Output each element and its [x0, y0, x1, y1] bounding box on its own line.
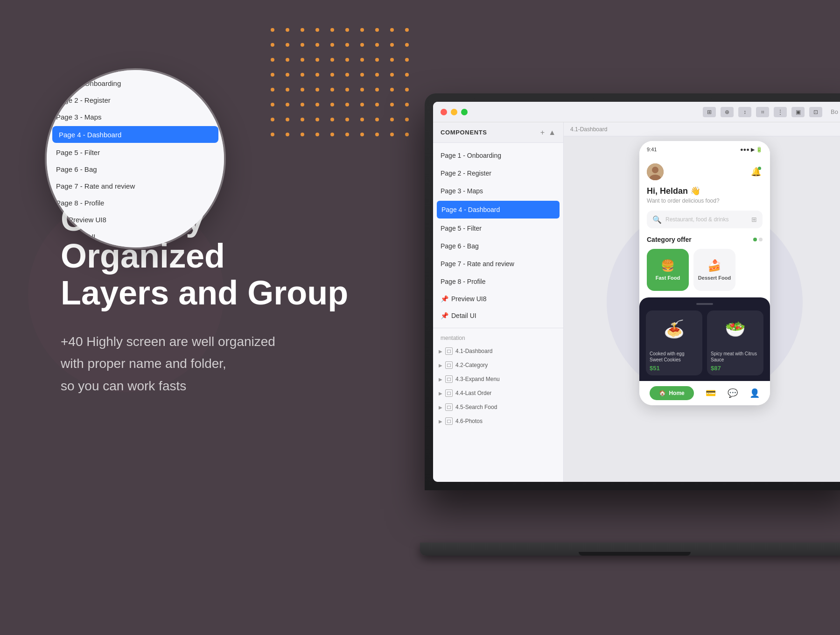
- bell-icon[interactable]: 🔔: [749, 165, 763, 178]
- laptop: ⊞ ⊕ ↕ ⌗ ⋮ ▣ ⊡ Bo COMPONENTS +: [401, 47, 840, 560]
- food-card-2-name: Spicy meat with Citrus Sauce: [711, 351, 760, 363]
- chevron-icon: ▶: [439, 349, 442, 354]
- layer-label-4: 4.4-Last Order: [455, 390, 491, 396]
- user-row: 🔔: [647, 163, 763, 180]
- category-header: Category offer: [647, 236, 763, 243]
- detail-ui-label: Detail UI: [451, 312, 476, 319]
- category-dots: [753, 238, 763, 241]
- category-title: Category offer: [647, 236, 692, 243]
- fullscreen-button[interactable]: [461, 109, 468, 115]
- layer-label-6: 4.6-Photos: [455, 418, 483, 424]
- mag-page-4-dashboard[interactable]: Page 4 - Dashboard: [52, 126, 218, 143]
- layer-icon-5: □: [445, 403, 453, 411]
- toolbar-icon-7[interactable]: ⊡: [809, 107, 822, 117]
- toolbar-icon-5[interactable]: ⋮: [774, 107, 787, 117]
- chevron-icon-2: ▶: [439, 363, 442, 368]
- dot-grid-decoration: const grid = document.querySelector('.do…: [271, 28, 418, 146]
- mag-page-6[interactable]: Page 6 - Bag: [47, 161, 224, 177]
- toolbar-icon-6[interactable]: ▣: [791, 107, 805, 117]
- inactive-dot: [759, 238, 763, 241]
- layer-icon-2: □: [445, 361, 453, 369]
- layer-label-1: 4.1-Dashboard: [455, 348, 492, 354]
- layer-icon: □: [445, 347, 453, 355]
- subtitle: +40 Highly screen are well organizedwith…: [61, 331, 378, 397]
- filter-icon: ⊞: [751, 216, 757, 223]
- page-item-4-dashboard[interactable]: Page 4 - Dashboard: [437, 201, 560, 219]
- layer-icon-3: □: [445, 375, 453, 383]
- layer-item-4[interactable]: ▶ □ 4.4-Last Order: [433, 386, 563, 400]
- toolbar-icon-1[interactable]: ⊞: [703, 107, 716, 117]
- collapse-icon[interactable]: ▲: [548, 128, 556, 137]
- search-icon: 🔍: [652, 215, 662, 224]
- bottom-nav: 🏠 Home 💳 💬 👤: [639, 381, 770, 405]
- category-fast-food[interactable]: 🍔 Fast Food: [647, 249, 689, 291]
- mag-page-7[interactable]: Page 7 - Rate and review: [47, 177, 224, 194]
- toolbar-icon-4[interactable]: ⌗: [756, 107, 769, 117]
- phone-content: 🔔 Hi, Heldan 👋 Want to order delicious f…: [639, 158, 770, 381]
- breadcrumb: 4.1-Dashboard: [564, 122, 840, 136]
- mag-preview-label: Preview UI8: [69, 216, 106, 224]
- page-item-8[interactable]: Page 8 - Profile: [433, 273, 563, 290]
- food-card-1-info: Cooked with egg Sweet Cookies $51: [646, 348, 702, 375]
- pin-icon-2: 📌: [441, 312, 448, 319]
- chevron-icon-4: ▶: [439, 391, 442, 396]
- toolbar-icons: ⊞ ⊕ ↕ ⌗ ⋮ ▣ ⊡ Bo: [703, 107, 838, 117]
- layer-item-1[interactable]: ▶ □ 4.1-Dashboard: [433, 344, 563, 358]
- card-nav-icon[interactable]: 💳: [706, 388, 716, 398]
- home-label: Home: [669, 390, 684, 396]
- layers-section: mentation ▶ □ 4.1-Dashboard ▶ □ 4.2-Cate…: [433, 328, 563, 432]
- dessert-food-label: Dessert Food: [698, 275, 731, 281]
- profile-nav-icon[interactable]: 👤: [749, 388, 760, 398]
- panel-title: COMPONENTS: [441, 129, 487, 136]
- fast-food-label: Fast Food: [656, 275, 680, 281]
- food-card-2-info: Spicy meat with Citrus Sauce $87: [707, 348, 763, 375]
- close-button[interactable]: [441, 109, 447, 115]
- mag-page-5[interactable]: Page 5 - Filter: [47, 144, 224, 161]
- layer-item-5[interactable]: ▶ □ 4.5-Search Food: [433, 400, 563, 414]
- detail-ui-item[interactable]: 📌 Detail UI: [433, 307, 563, 324]
- magnifier-content: Page 1 - Onboarding Page 2 - Register Pa…: [47, 70, 224, 247]
- add-icon[interactable]: +: [540, 128, 545, 137]
- layer-item-6[interactable]: ▶ □ 4.6-Photos: [433, 414, 563, 428]
- home-icon: 🏠: [659, 390, 666, 396]
- main-content-area: COMPONENTS + ▲ Page 1 - Onboarding Page …: [433, 122, 840, 482]
- category-section: Category offer 🍔 Fast Foo: [647, 236, 763, 291]
- minimize-button[interactable]: [451, 109, 457, 115]
- chat-nav-icon[interactable]: 💬: [728, 388, 738, 398]
- page-item-5[interactable]: Page 5 - Filter: [433, 219, 563, 237]
- mag-page-8[interactable]: Page 8 - Profile: [47, 194, 224, 211]
- food-card-2-price: $87: [711, 365, 760, 372]
- page-item-3[interactable]: Page 3 - Maps: [433, 182, 563, 200]
- food-cards-row: 🍝 Cooked with egg Sweet Cookies $51 🥗: [646, 310, 763, 375]
- food-card-2[interactable]: 🥗 Spicy meat with Citrus Sauce $87: [707, 310, 763, 375]
- window-chrome: ⊞ ⊕ ↕ ⌗ ⋮ ▣ ⊡ Bo: [433, 102, 840, 122]
- mag-page-1[interactable]: Page 1 - Onboarding: [47, 75, 224, 92]
- food-card-1-price: $51: [650, 365, 699, 372]
- phone-status-bar: 9:41 ●●● ▶ 🔋: [639, 141, 770, 158]
- dessert-food-icon: 🍰: [707, 259, 721, 272]
- pin-icon: 📌: [441, 295, 448, 303]
- laptop-screen: ⊞ ⊕ ↕ ⌗ ⋮ ▣ ⊡ Bo COMPONENTS +: [433, 102, 840, 482]
- panel-header: COMPONENTS + ▲: [433, 122, 563, 143]
- scroll-handle: [696, 303, 713, 305]
- layer-item-3[interactable]: ▶ □ 4.3-Expand Menu: [433, 372, 563, 386]
- food-card-1[interactable]: 🍝 Cooked with egg Sweet Cookies $51: [646, 310, 702, 375]
- search-bar[interactable]: 🔍 Restaurant, food & drinks ⊞: [647, 211, 763, 228]
- status-icons: ●●● ▶ 🔋: [740, 147, 763, 153]
- toolbar-icon-3[interactable]: ↕: [738, 107, 751, 117]
- toolbar-icon-2[interactable]: ⊕: [721, 107, 734, 117]
- chevron-icon-5: ▶: [439, 405, 442, 410]
- mag-page-3[interactable]: Page 3 - Maps: [47, 108, 224, 125]
- layer-icon-4: □: [445, 389, 453, 397]
- laptop-body: ⊞ ⊕ ↕ ⌗ ⋮ ▣ ⊡ Bo COMPONENTS +: [425, 93, 840, 490]
- preview-ui8-item[interactable]: 📌 Preview UI8: [433, 290, 563, 307]
- active-dot: [753, 238, 757, 241]
- page-item-6[interactable]: Page 6 - Bag: [433, 237, 563, 255]
- page-item-2[interactable]: Page 2 - Register: [433, 164, 563, 182]
- page-item-7[interactable]: Page 7 - Rate and review: [433, 255, 563, 273]
- layer-item-2[interactable]: ▶ □ 4.2-Category: [433, 358, 563, 372]
- page-item-1[interactable]: Page 1 - Onboarding: [433, 147, 563, 164]
- category-dessert-food[interactable]: 🍰 Dessert Food: [693, 249, 735, 291]
- mag-page-2[interactable]: Page 2 - Register: [47, 92, 224, 108]
- home-button[interactable]: 🏠 Home: [650, 386, 693, 400]
